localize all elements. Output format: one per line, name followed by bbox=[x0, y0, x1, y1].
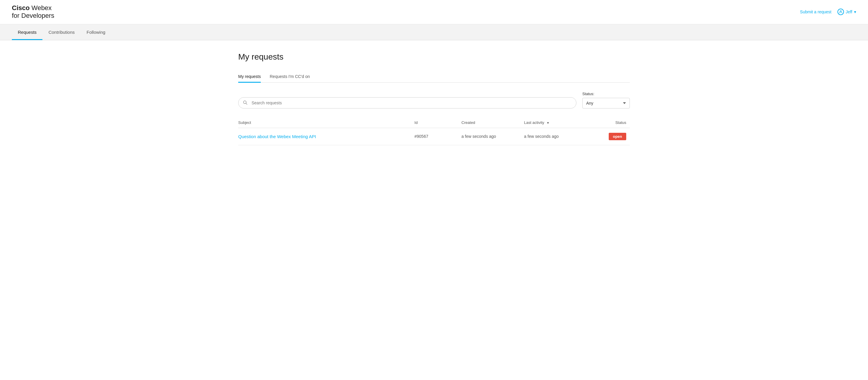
logo-line1: Cisco Webex bbox=[12, 4, 52, 12]
logo-webex: Webex bbox=[30, 4, 52, 11]
request-subject-link[interactable]: Question about the Webex Meeting API bbox=[238, 134, 316, 139]
nav-tab-contributions[interactable]: Contributions bbox=[42, 24, 81, 40]
nav-tab-following[interactable]: Following bbox=[81, 24, 111, 40]
nav-tab-following-link[interactable]: Following bbox=[81, 24, 111, 40]
search-box bbox=[238, 97, 577, 108]
filter-group: Status: Any Open Closed Pending bbox=[582, 92, 630, 108]
col-header-status: Status bbox=[587, 117, 630, 128]
sort-arrow-icon: ▼ bbox=[547, 121, 549, 125]
search-filter-row: Status: Any Open Closed Pending bbox=[238, 92, 630, 108]
logo: Cisco Webex for Developers bbox=[12, 4, 54, 20]
search-input[interactable] bbox=[238, 97, 577, 108]
request-id-cell: #90567 bbox=[414, 128, 461, 145]
nav-tab-requests-link[interactable]: Requests bbox=[12, 24, 42, 40]
logo-line2: for Developers bbox=[12, 12, 54, 20]
top-nav: Requests Contributions Following bbox=[0, 24, 868, 40]
filter-label: Status: bbox=[582, 92, 630, 96]
request-last-activity-cell: a few seconds ago bbox=[524, 128, 587, 145]
user-dropdown-icon: ▾ bbox=[854, 9, 856, 14]
logo-cisco: Cisco bbox=[12, 4, 30, 11]
user-menu[interactable]: Jeff ▾ bbox=[837, 9, 856, 15]
page-title: My requests bbox=[238, 52, 630, 62]
col-header-created: Created bbox=[461, 117, 524, 128]
svg-point-0 bbox=[840, 11, 841, 12]
status-filter-select[interactable]: Any Open Closed Pending bbox=[582, 98, 630, 108]
requests-table: Subject Id Created Last activity ▼ Statu… bbox=[238, 117, 630, 145]
submit-request-link[interactable]: Submit a request bbox=[800, 9, 832, 14]
col-header-last-activity[interactable]: Last activity ▼ bbox=[524, 117, 587, 128]
request-subject-cell: Question about the Webex Meeting API bbox=[238, 128, 414, 145]
request-created-cell: a few seconds ago bbox=[461, 128, 524, 145]
status-badge: open bbox=[609, 133, 626, 140]
site-header: Cisco Webex for Developers Submit a requ… bbox=[0, 0, 868, 24]
table-header: Subject Id Created Last activity ▼ Statu… bbox=[238, 117, 630, 128]
sub-tab-my-requests[interactable]: My requests bbox=[238, 71, 261, 82]
request-status-cell: open bbox=[587, 128, 630, 145]
table-row: Question about the Webex Meeting API #90… bbox=[238, 128, 630, 145]
header-right: Submit a request Jeff ▾ bbox=[800, 9, 856, 15]
nav-tab-requests[interactable]: Requests bbox=[12, 24, 42, 40]
col-header-id: Id bbox=[414, 117, 461, 128]
col-header-subject: Subject bbox=[238, 117, 414, 128]
sub-tabs: My requests Requests I'm CC'd on bbox=[238, 71, 630, 83]
sub-tab-ccd-requests[interactable]: Requests I'm CC'd on bbox=[270, 71, 310, 82]
main-content: My requests My requests Requests I'm CC'… bbox=[226, 40, 642, 157]
nav-tabs-list: Requests Contributions Following bbox=[12, 24, 856, 40]
nav-tab-contributions-link[interactable]: Contributions bbox=[42, 24, 81, 40]
user-name: Jeff bbox=[846, 9, 852, 14]
table-body: Question about the Webex Meeting API #90… bbox=[238, 128, 630, 145]
user-avatar-icon bbox=[837, 9, 844, 15]
